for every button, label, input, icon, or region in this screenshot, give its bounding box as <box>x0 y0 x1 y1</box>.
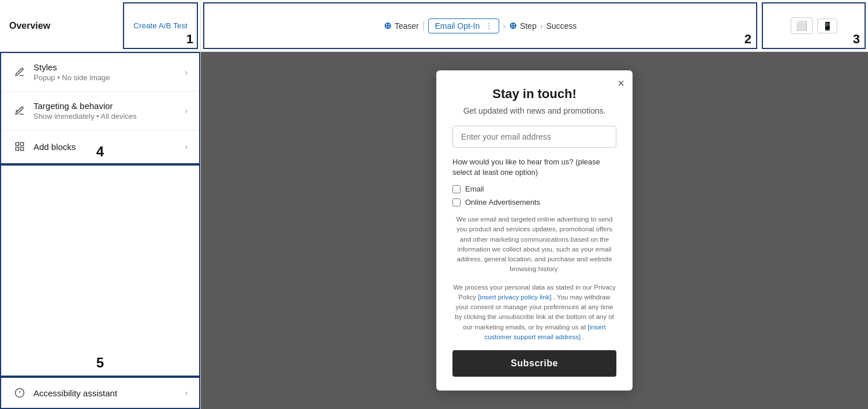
styles-content: Styles Popup • No side image <box>33 62 185 82</box>
step-step[interactable]: Step <box>520 21 537 31</box>
success-step[interactable]: Success <box>546 21 577 31</box>
styles-subtitle: Popup • No side image <box>33 73 185 82</box>
arrow2: › <box>540 21 543 31</box>
divider1: | <box>422 20 425 32</box>
modal-email-input[interactable] <box>452 126 616 148</box>
email-optin-menu-icon[interactable]: ⋮ <box>485 21 493 30</box>
accessibility-content: Accessibility assistant <box>33 388 185 398</box>
accessibility-icon <box>13 386 27 400</box>
sidebar-item-styles[interactable]: Styles Popup • No side image › <box>1 53 199 92</box>
top-bar: Overview Create A/B Test 1 ⊕ Teaser | Em… <box>0 0 868 52</box>
email-optin-label: Email Opt-In <box>435 21 480 31</box>
section3-number: 3 <box>853 32 860 47</box>
styles-icon <box>13 65 27 79</box>
success-label: Success <box>546 21 577 31</box>
main-content: Styles Popup • No side image › Targeti <box>0 52 868 409</box>
preview-area: × Stay in touch! Get updated with news a… <box>201 52 868 409</box>
targeting-title: Targeting & behavior <box>33 101 185 111</box>
accessibility-chevron-icon: › <box>185 388 188 397</box>
sidebar-item-targeting[interactable]: Targeting & behavior Show immediately • … <box>1 92 199 130</box>
create-ab-button[interactable]: Create A/B Test <box>130 18 191 33</box>
modal-legal-text2: We process your personal data as stated … <box>452 283 616 343</box>
section2-number: 2 <box>744 32 751 47</box>
teaser-label: Teaser <box>395 21 419 31</box>
targeting-icon <box>13 104 27 118</box>
teaser-plus-icon: ⊕ <box>384 20 391 31</box>
sidebar-item-add-blocks[interactable]: Add blocks › <box>1 130 199 163</box>
step-plus-icon: ⊕ <box>509 20 517 31</box>
svg-rect-4 <box>21 148 24 151</box>
teaser-step[interactable]: Teaser <box>395 21 419 31</box>
ads-checkbox[interactable] <box>452 198 461 207</box>
overview-label: Overview <box>9 21 50 31</box>
modal-subtitle: Get updated with news and promotions. <box>452 106 616 115</box>
targeting-chevron-icon: › <box>185 106 188 115</box>
mobile-icon: 📱 <box>822 21 832 31</box>
subscribe-button[interactable]: Subscribe <box>452 350 616 377</box>
step-flow: ⊕ Teaser | Email Opt-In ⋮ › ⊕ Step › Suc… <box>384 18 577 33</box>
add-blocks-icon <box>13 140 27 153</box>
svg-rect-2 <box>21 142 24 145</box>
section4-panel: Styles Popup • No side image › Targeti <box>0 52 200 164</box>
modal-title: Stay in touch! <box>452 87 616 102</box>
sidebar-inner: Styles Popup • No side image › Targeti <box>0 52 200 409</box>
add-blocks-content: Add blocks <box>33 142 185 152</box>
privacy-policy-link[interactable]: [insert privacy policy link] <box>478 294 551 301</box>
email-checkbox-label: Email <box>465 185 484 193</box>
sidebar-item-accessibility[interactable]: Accessibility assistant › <box>0 377 200 409</box>
modal-close-button[interactable]: × <box>618 77 624 89</box>
section1-box: Create A/B Test 1 <box>123 2 198 49</box>
section3-box: ⬜ 📱 3 <box>762 2 866 49</box>
section5-panel: 5 <box>0 164 200 377</box>
desktop-icon: ⬜ <box>796 21 807 31</box>
email-checkbox-row: Email <box>452 185 616 193</box>
modal-question: How would you like to hear from us? (ple… <box>452 157 616 178</box>
accessibility-title: Accessibility assistant <box>33 388 185 398</box>
modal-legal-text1: We use email and targeted online adverti… <box>452 215 616 275</box>
ads-checkbox-label: Online Advertisements <box>465 198 540 207</box>
sidebar: Styles Popup • No side image › Targeti <box>0 52 201 409</box>
step-label: Step <box>520 21 537 31</box>
svg-point-0 <box>16 110 17 111</box>
email-optin-step[interactable]: Email Opt-In ⋮ <box>428 18 499 33</box>
styles-title: Styles <box>33 62 185 72</box>
legal-para2-end: . <box>582 333 584 340</box>
email-checkbox[interactable] <box>452 185 461 193</box>
section1-number: 1 <box>186 32 193 47</box>
svg-rect-1 <box>16 142 18 145</box>
desktop-view-button[interactable]: ⬜ <box>791 17 813 34</box>
modal-popup: × Stay in touch! Get updated with news a… <box>436 70 633 391</box>
svg-rect-3 <box>16 148 18 151</box>
section5-number: 5 <box>96 355 104 371</box>
add-blocks-title: Add blocks <box>33 142 185 152</box>
targeting-content: Targeting & behavior Show immediately • … <box>33 101 185 121</box>
view-controls: ⬜ 📱 <box>791 17 837 34</box>
ads-checkbox-row: Online Advertisements <box>452 198 616 207</box>
mobile-view-button[interactable]: 📱 <box>817 18 837 33</box>
targeting-subtitle: Show immediately • All devices <box>33 112 185 121</box>
add-blocks-chevron-icon: › <box>185 142 188 151</box>
styles-chevron-icon: › <box>185 67 188 77</box>
section2-box: ⊕ Teaser | Email Opt-In ⋮ › ⊕ Step › Suc… <box>203 2 757 49</box>
legal-para1: We use email and targeted online adverti… <box>457 216 613 272</box>
arrow1: › <box>503 21 506 31</box>
